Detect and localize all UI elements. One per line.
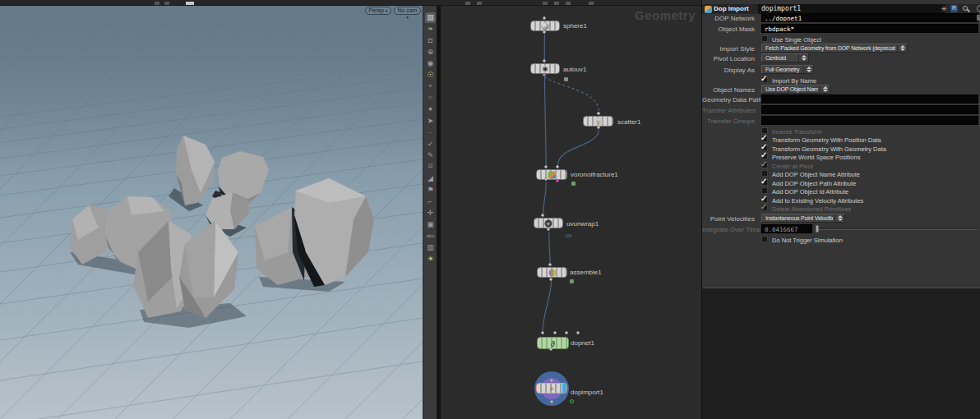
toolbar-mini-icon[interactable] (164, 2, 169, 5)
parm-row-point-velocities: Point Velocities Instantaneous Point Vel… (702, 214, 980, 223)
transform-geometry-checkbox[interactable] (761, 145, 768, 151)
slider-track[interactable] (817, 228, 977, 230)
node-input-connector[interactable] (543, 16, 546, 20)
transform-position-checkbox[interactable] (761, 136, 768, 142)
node-input-connector[interactable] (543, 59, 546, 62)
bounding-box-icon[interactable]: ▣ (425, 219, 436, 230)
pivot-location-select[interactable]: Centroid (761, 53, 809, 62)
node-label: uvunwrap1 (566, 220, 599, 228)
help-icon[interactable] (977, 5, 980, 12)
foliage-icon[interactable]: ❧ (425, 24, 436, 35)
point-velocities-select[interactable]: Instantaneous Point Velocities (761, 214, 845, 223)
node-input-connector[interactable] (597, 112, 600, 115)
transfer-attributes-input[interactable] (761, 105, 978, 114)
node-input-connector[interactable] (565, 331, 568, 334)
camera-select-button[interactable]: No cam ▾ (394, 7, 421, 15)
import-by-name-checkbox[interactable] (761, 76, 768, 83)
image-plane-icon[interactable]: ▥ (425, 242, 436, 253)
search-icon[interactable] (963, 6, 968, 11)
node-sphere1[interactable] (530, 21, 560, 31)
light-bulb-icon[interactable]: ☉ (425, 70, 436, 81)
persp-view-button[interactable]: Persp ▾ (365, 7, 391, 15)
checkbox-label: Transform Geometry With Position Data (772, 136, 881, 144)
node-input-connector[interactable] (541, 214, 544, 217)
view-tool-icon[interactable]: ▧ (425, 12, 436, 23)
transfer-groups-input[interactable] (761, 116, 978, 125)
headlight-icon[interactable]: ☀ (425, 254, 436, 265)
preserve-world-checkbox[interactable] (761, 153, 768, 159)
integrate-over-time-input[interactable]: 0.0416667 (761, 224, 812, 233)
gear-icon[interactable]: ⊕ (425, 47, 436, 58)
node-input-connector[interactable] (544, 165, 548, 168)
lock-indicator-icon (571, 182, 576, 186)
network-editor[interactable]: Geometry sphere1 ✱ autouv1 (441, 6, 701, 419)
toolbar-mini-icon[interactable] (543, 2, 548, 5)
use-single-object-checkbox[interactable] (761, 35, 768, 42)
node-input-connector[interactable] (556, 165, 559, 168)
node-dopimport1[interactable]: ✦ (536, 383, 567, 394)
node-dopnet1[interactable]: ∂ (537, 337, 569, 349)
node-autouv1[interactable]: ✱ (530, 63, 560, 74)
ruler-icon[interactable]: ⌐ (425, 196, 436, 207)
toolbar-mini-icon[interactable] (477, 2, 482, 5)
node-output-connector[interactable] (543, 30, 546, 34)
point-numbers-icon[interactable]: ¹² (425, 162, 436, 173)
toolbar-mini-icon[interactable] (155, 2, 159, 5)
display-flag[interactable] (562, 384, 566, 393)
toolbar-mini-icon[interactable] (186, 2, 194, 5)
node-label: sphere1 (563, 22, 587, 30)
node-output-connector[interactable] (550, 400, 553, 403)
node-input-connector[interactable] (576, 331, 580, 334)
node-output-connector[interactable] (547, 228, 550, 231)
node-input-connector[interactable] (548, 263, 552, 266)
node-input-connector[interactable] (541, 331, 544, 334)
camera-icon[interactable]: ◉ (425, 58, 436, 69)
node-input-connector[interactable] (553, 331, 557, 334)
viewport-3d[interactable]: Persp ▾ No cam ▾ (0, 6, 423, 419)
geometry-data-path-input[interactable] (761, 94, 978, 104)
flag-icon[interactable]: ⚑ (425, 185, 436, 196)
toolbar-mini-icon[interactable] (465, 2, 470, 5)
delete-abandoned-checkbox[interactable] (761, 205, 768, 211)
gear-icon[interactable]: ✳ (940, 5, 948, 13)
dot-icon[interactable]: · (425, 127, 436, 138)
node-output-connector[interactable] (544, 177, 548, 181)
inverse-transform-checkbox[interactable] (761, 127, 768, 134)
node-assemble1[interactable] (537, 267, 567, 278)
object-names-select[interactable]: Use DOP Object Name (761, 85, 830, 94)
slider-handle[interactable] (816, 225, 819, 233)
cursor-icon[interactable]: ➤ (425, 116, 436, 127)
display-as-select[interactable]: Full Geometry (761, 65, 814, 74)
node-output-connector[interactable] (549, 278, 552, 281)
points-icon[interactable]: ⁘ (425, 93, 436, 104)
toolbar-mini-icon[interactable] (566, 2, 571, 5)
object-mask-input[interactable]: rbdpack* (761, 24, 978, 33)
node-voronoifracture1[interactable] (536, 169, 567, 180)
center-at-pivot-checkbox[interactable] (761, 162, 768, 168)
star-icon[interactable]: ✦ (425, 104, 436, 115)
add-name-attr-checkbox[interactable] (761, 170, 768, 177)
do-not-trigger-checkbox[interactable] (761, 236, 768, 242)
pen-icon[interactable]: ✎ (425, 150, 436, 161)
dop-network-input[interactable]: ../dopnet1 (761, 13, 978, 22)
parm-view-icon[interactable] (950, 5, 958, 12)
lock-icon[interactable]: ◘ (425, 35, 436, 46)
node-input-connector[interactable] (550, 379, 553, 382)
add-id-attr-checkbox[interactable] (761, 187, 768, 194)
check-icon[interactable]: ✓ (425, 139, 436, 150)
axis-icon[interactable]: ✛ (425, 208, 436, 219)
key-icon[interactable]: ⚬ (425, 81, 436, 92)
node-output-connector[interactable] (543, 73, 546, 76)
normals-icon[interactable]: ◢ (425, 173, 436, 184)
add-path-attr-checkbox[interactable] (761, 179, 768, 186)
text-abc-icon[interactable]: abc (425, 231, 436, 242)
import-style-select[interactable]: Fetch Packed Geometry from DOP Network (… (761, 44, 908, 53)
node-output-connector[interactable] (549, 348, 552, 351)
toolbar-mini-icon[interactable] (589, 2, 594, 5)
parm-row-integrate-over-time: Integrate Over Time 0.0416667 (702, 224, 980, 234)
add-velocity-checkbox[interactable] (761, 196, 768, 203)
node-chooser-icon[interactable] (977, 15, 980, 21)
node-output-connector-secondary[interactable] (556, 179, 559, 182)
toolbar-mini-icon[interactable] (554, 2, 559, 5)
node-output-connector[interactable] (597, 126, 600, 129)
